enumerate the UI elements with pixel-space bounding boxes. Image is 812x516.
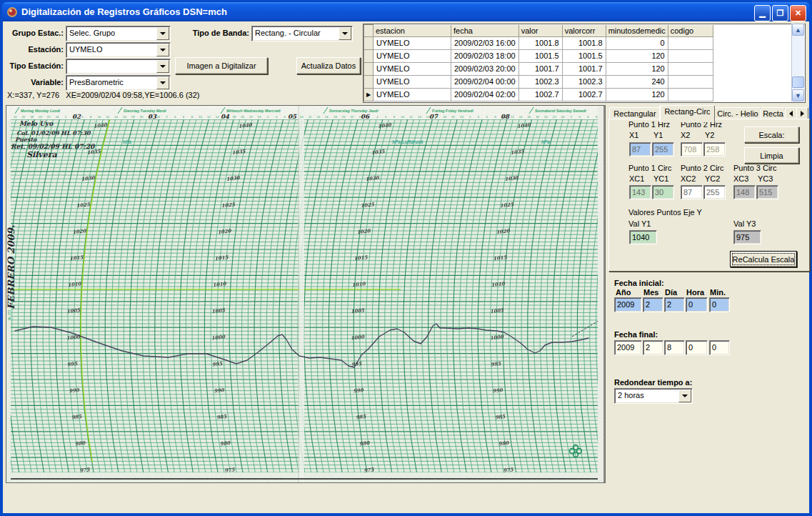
- table-row[interactable]: UYMELO2009/02/04 00:001002.31002.3240: [364, 75, 713, 88]
- yc3-label: YC3: [758, 174, 773, 183]
- grid-scrollbar[interactable]: ▲ ▼: [791, 24, 804, 101]
- tipo-estacion-label: Tipo Estación:: [1, 61, 64, 70]
- xc3-label: XC3: [733, 174, 748, 183]
- cell: 2009/02/03 20:00: [451, 62, 519, 75]
- x2-field[interactable]: 708: [681, 142, 703, 157]
- cell: UYMELO: [374, 75, 451, 88]
- table-row[interactable]: UYMELO2009/02/03 16:001001.81001.80: [364, 36, 713, 49]
- fecha-final-ano[interactable]: 2009: [614, 340, 642, 355]
- chevron-down-icon[interactable]: [156, 44, 169, 56]
- fecha-inicial-mes[interactable]: 2: [643, 297, 663, 312]
- column-header[interactable]: estacion: [374, 25, 451, 37]
- cell: 1001.7: [562, 62, 606, 75]
- estacion-value: UYMELO: [69, 45, 157, 54]
- tipo-banda-combo[interactable]: Rectang. - Circular: [251, 26, 353, 41]
- fecha-final-dia[interactable]: 8: [664, 340, 685, 355]
- cell: 120: [606, 62, 668, 75]
- row-selector[interactable]: [364, 49, 374, 62]
- tipo-banda-value: Rectang. - Circular: [255, 29, 339, 37]
- fecha-inicial-dia[interactable]: 2: [664, 297, 685, 312]
- table-header-row: estacionfechavalorvalorcorrminutosdemedi…: [364, 25, 713, 37]
- column-header[interactable]: valor: [518, 25, 562, 37]
- cell: [668, 36, 713, 49]
- estacion-combo[interactable]: UYMELO: [66, 42, 171, 58]
- actualiza-datos-button[interactable]: Actualiza Datos: [296, 57, 361, 74]
- scroll-up-button[interactable]: ▲: [792, 24, 804, 36]
- chevron-down-icon[interactable]: [339, 27, 351, 40]
- tipo-estacion-combo[interactable]: [66, 59, 171, 74]
- cell: 1002.7: [518, 88, 562, 101]
- tab-scroll-left-button[interactable]: [785, 107, 797, 119]
- grupo-estac-combo[interactable]: Selec. Grupo: [66, 26, 171, 41]
- maximize-button[interactable]: ❐: [772, 5, 788, 21]
- xc1-field[interactable]: 143: [629, 185, 651, 199]
- ano-label: Año: [616, 288, 631, 297]
- fecha-final-hora[interactable]: 0: [686, 340, 708, 355]
- row-selector[interactable]: ▶: [364, 88, 374, 101]
- column-header[interactable]: minutosdemedic: [606, 25, 668, 37]
- cell: UYMELO: [374, 49, 451, 62]
- scroll-down-button[interactable]: ▼: [792, 89, 804, 101]
- fecha-final-title: Fecha final:: [614, 330, 658, 339]
- selector-header: [364, 25, 374, 37]
- tab-rectang-circ[interactable]: Rectang-Circ: [660, 105, 715, 122]
- window: Digitalización de Registros Gráficos DSN…: [0, 0, 812, 516]
- chart-area[interactable]: Montag Monday LundiDienstag Tuesday Mard…: [6, 105, 606, 483]
- tab-scroll-right-button[interactable]: [796, 107, 808, 119]
- variable-value: PresBarometric: [69, 78, 157, 86]
- chevron-down-icon[interactable]: [678, 390, 691, 402]
- cell: 2009/02/03 18:00: [451, 49, 519, 62]
- yc1-field[interactable]: 30: [652, 185, 674, 199]
- minimize-button[interactable]: ▁: [754, 5, 771, 21]
- fecha-final-min[interactable]: 0: [709, 340, 730, 355]
- table-row[interactable]: UYMELO2009/02/03 20:001001.71001.7120: [364, 62, 713, 75]
- y1-field[interactable]: 255: [652, 142, 674, 157]
- table-row[interactable]: UYMELO2009/02/03 18:001001.51001.5120: [364, 49, 713, 62]
- yc3-field[interactable]: 515: [756, 185, 778, 199]
- val-y1-field[interactable]: 1040: [629, 230, 657, 244]
- table-row[interactable]: ▶UYMELO2009/02/04 02:001002.71002.7120: [364, 88, 713, 101]
- data-grid[interactable]: estacionfechavalorvalorcorrminutosdemedi…: [363, 24, 806, 103]
- cell: UYMELO: [374, 62, 451, 75]
- x1-field[interactable]: 87: [629, 142, 651, 157]
- redondear-combo[interactable]: 2 horas: [614, 388, 693, 404]
- fecha-inicial-min[interactable]: 0: [709, 297, 730, 312]
- fecha-final-mes[interactable]: 2: [643, 340, 663, 355]
- cell: [668, 88, 713, 101]
- row-selector[interactable]: [364, 36, 374, 49]
- cell: 1001.7: [518, 62, 562, 75]
- recalcula-escala-button[interactable]: ReCalcula Escala: [730, 251, 797, 267]
- mes-label: Mes: [643, 288, 658, 297]
- column-header[interactable]: codigo: [668, 25, 713, 37]
- yc2-label: YC2: [705, 174, 720, 183]
- xc3-field[interactable]: 148: [733, 185, 756, 199]
- val-y3-field[interactable]: 975: [733, 230, 761, 244]
- cell: UYMELO: [374, 36, 451, 49]
- scroll-thumb[interactable]: [792, 76, 804, 88]
- variable-combo[interactable]: PresBarometric: [66, 75, 171, 91]
- row-selector[interactable]: [364, 75, 374, 88]
- imagen-digitalizar-button[interactable]: Imagen a Digitalizar: [175, 57, 268, 74]
- xc1-label: XC1: [629, 174, 644, 183]
- cell: 1001.8: [562, 36, 606, 49]
- escala-button[interactable]: Escala:: [744, 126, 799, 143]
- hora-label: Hora: [686, 288, 704, 297]
- chevron-down-icon[interactable]: [156, 27, 169, 40]
- fecha-inicial-ano[interactable]: 2009: [614, 297, 642, 312]
- xc2-field[interactable]: 87: [681, 185, 703, 199]
- row-selector[interactable]: [364, 62, 374, 75]
- chevron-down-icon[interactable]: [156, 76, 169, 89]
- yc2-field[interactable]: 255: [703, 185, 726, 199]
- punto1circ-label: Punto 1 Circ: [628, 164, 672, 172]
- x1-label: X1: [629, 131, 638, 139]
- xc2-label: XC2: [681, 174, 696, 183]
- column-header[interactable]: valorcorr: [562, 25, 606, 37]
- close-button[interactable]: ✕: [790, 5, 806, 21]
- chevron-down-icon[interactable]: [156, 60, 169, 73]
- limpia-button[interactable]: Limpia: [744, 147, 799, 164]
- fecha-inicial-hora[interactable]: 0: [686, 297, 708, 312]
- y2-field[interactable]: 258: [703, 142, 726, 157]
- column-header[interactable]: fecha: [451, 25, 519, 37]
- yc1-label: YC1: [653, 174, 668, 183]
- val-y1-label: Val Y1: [628, 219, 651, 228]
